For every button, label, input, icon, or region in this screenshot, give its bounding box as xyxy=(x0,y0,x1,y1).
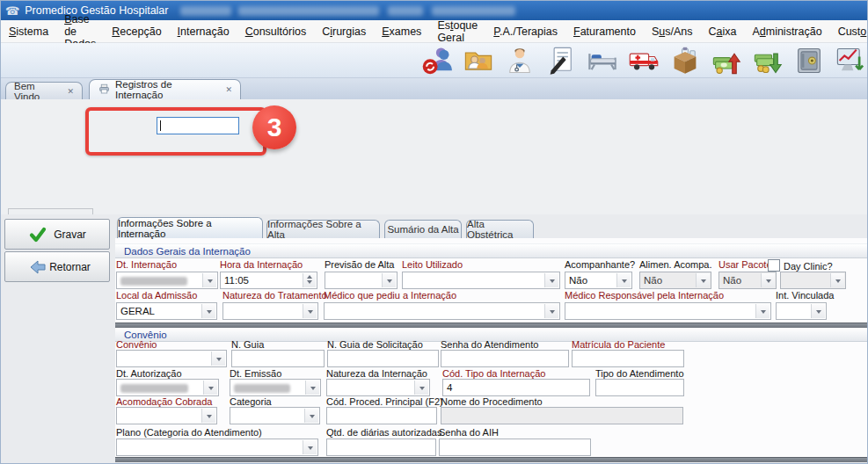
money-in-icon[interactable] xyxy=(711,45,742,76)
tab-alta-obst-trica[interactable]: Alta Obstétrica xyxy=(466,220,534,238)
n_guia-input[interactable] xyxy=(231,350,325,367)
label-n_guia: N. Guia xyxy=(231,339,264,350)
chevron-down-icon[interactable] xyxy=(382,273,396,287)
tab-sum-rio-da-alta[interactable]: Sumário da Alta xyxy=(384,220,462,238)
label-qtd_diarias: Qtd. de diárias autorizadas xyxy=(326,427,441,438)
patients-folder-icon[interactable] xyxy=(463,45,494,76)
menu-item-estoque-geral[interactable]: Estoque Geral xyxy=(429,18,485,46)
doc-tab-active[interactable]: Registros de Internação✕ xyxy=(89,79,241,99)
chevron-down-icon[interactable] xyxy=(544,304,558,318)
chevron-down-icon[interactable] xyxy=(201,409,215,423)
cod_tipo_internacao-input[interactable]: 4 xyxy=(442,379,590,396)
convenio_field-combo[interactable] xyxy=(116,350,227,367)
chevron-down-icon[interactable] xyxy=(202,273,216,287)
categoria-combo[interactable] xyxy=(230,407,320,424)
money-out-icon[interactable] xyxy=(752,45,784,76)
natureza_tratamento-combo[interactable] xyxy=(222,302,318,320)
medico_pediu-combo[interactable] xyxy=(324,302,560,320)
dt_emissao-combo[interactable] xyxy=(230,379,321,396)
close-icon[interactable]: ✕ xyxy=(67,87,74,96)
tab-informa-es-sobre-a-interna-o[interactable]: Informações Sobre a Internação xyxy=(117,217,263,238)
menu-item-sistema[interactable]: Sistema xyxy=(1,24,56,40)
chevron-down-icon[interactable] xyxy=(203,381,217,395)
senha_atendimento-input[interactable] xyxy=(441,350,569,367)
menu-bar: SistemaBase de DadosRecepçãoInternaçãoCo… xyxy=(1,20,867,43)
chevron-down-icon[interactable] xyxy=(201,304,215,318)
menu-item-caixa[interactable]: Caixa xyxy=(700,24,744,40)
nome_procedimento-input[interactable] xyxy=(441,407,683,424)
chevron-down-icon[interactable] xyxy=(305,381,319,395)
redacted-text xyxy=(180,6,231,16)
n_guia_solicitacao-input[interactable] xyxy=(327,350,439,367)
acomodacao_cobrada-combo[interactable] xyxy=(116,407,217,424)
redacted-text xyxy=(388,6,423,16)
chevron-down-icon[interactable] xyxy=(304,409,318,423)
chevron-down-icon[interactable] xyxy=(303,440,317,454)
tipo_atendimento-input[interactable] xyxy=(595,379,684,396)
menu-item-recep-o[interactable]: Recepção xyxy=(104,24,169,40)
retornar-button[interactable]: Retornar xyxy=(4,251,110,282)
dt_autorizacao-combo[interactable] xyxy=(116,379,219,396)
medico_responsavel-combo[interactable] xyxy=(565,302,771,320)
menu-item-interna-o[interactable]: Internação xyxy=(170,24,237,40)
menu-item-consult-rios[interactable]: Consultórios xyxy=(237,24,314,40)
redacted-value xyxy=(120,384,188,393)
doc-tab-inactive[interactable]: Bem Vindo✕ xyxy=(5,82,83,99)
gravar-button[interactable]: Gravar xyxy=(4,219,110,250)
chevron-down-icon[interactable] xyxy=(616,273,631,287)
spinner-buttons[interactable] xyxy=(303,273,316,287)
chevron-down-icon[interactable] xyxy=(761,273,775,287)
toolbar xyxy=(1,43,867,78)
menu-item-cirurgias[interactable]: Cirurgias xyxy=(314,24,374,40)
close-icon[interactable]: ✕ xyxy=(225,85,232,94)
day_clinic-combo[interactable] xyxy=(780,272,846,289)
natureza_internacao-combo[interactable] xyxy=(326,379,430,396)
cod_proced_principal-input[interactable] xyxy=(326,407,437,424)
chevron-down-icon[interactable] xyxy=(696,273,710,287)
previsao_alta-combo[interactable] xyxy=(325,272,398,289)
chevron-down-icon[interactable] xyxy=(211,352,225,366)
day-clinic-checkbox[interactable] xyxy=(768,259,780,272)
text-caret xyxy=(160,120,161,131)
senha_aih-input[interactable] xyxy=(439,439,591,456)
chevron-down-icon[interactable] xyxy=(544,273,558,287)
matricula_paciente-input[interactable] xyxy=(572,350,684,367)
menu-item-custo[interactable]: Custo xyxy=(830,24,868,40)
menu-item-exames[interactable]: Exames xyxy=(374,24,429,40)
doctor-icon[interactable] xyxy=(504,45,536,76)
hora_internacao-spin[interactable]: 11:05 xyxy=(220,272,317,289)
n-ficha-input[interactable] xyxy=(157,117,239,134)
chevron-down-icon[interactable] xyxy=(755,304,770,318)
label-leito_utilizado: Leito Utilizado xyxy=(402,259,463,270)
leito_utilizado-combo[interactable] xyxy=(402,272,560,289)
chevron-down-icon[interactable] xyxy=(303,304,317,318)
action-sidebar: GravarRetornar xyxy=(1,214,116,463)
back-arrow-icon xyxy=(29,258,47,276)
retornar-label: Retornar xyxy=(47,261,93,273)
patients-sync-icon[interactable] xyxy=(421,45,453,76)
plano_categoria-combo[interactable] xyxy=(116,439,318,456)
menu-item-p-a-terapias[interactable]: P.A./Terapias xyxy=(485,24,565,40)
menu-item-sus-ans[interactable]: Sus/Ans xyxy=(644,24,701,40)
ambulance-icon[interactable] xyxy=(628,45,660,76)
doc-tab-label: Registros de Internação xyxy=(115,79,219,100)
menu-item-administra-o[interactable]: Administração xyxy=(744,24,829,40)
usar_pacote-combo[interactable]: Não xyxy=(718,272,777,289)
alimen_acompa-combo[interactable]: Não xyxy=(639,272,711,289)
stock-supplies-icon[interactable] xyxy=(669,45,701,76)
chevron-down-icon[interactable] xyxy=(830,273,844,287)
contract-icon[interactable] xyxy=(545,45,577,76)
qtd_diarias-input[interactable] xyxy=(326,439,436,456)
acompanhante-combo[interactable]: Não xyxy=(565,272,632,289)
dt_internacao-combo[interactable] xyxy=(116,272,218,289)
tab-informa-es-sobre-a-alta[interactable]: Informações Sobre a Alta xyxy=(266,220,380,238)
menu-item-faturamento[interactable]: Faturamento xyxy=(565,24,644,40)
label-cod_tipo_internacao: Cód. Tipo da Internação xyxy=(442,368,545,379)
int_vinculada-combo[interactable] xyxy=(776,302,827,320)
local_admissao-combo[interactable]: GERAL xyxy=(116,302,217,320)
hospital-bed-icon[interactable] xyxy=(587,45,618,76)
chevron-down-icon[interactable] xyxy=(414,381,428,395)
chevron-down-icon[interactable] xyxy=(811,304,825,318)
financial-chart-icon[interactable] xyxy=(835,45,866,76)
safe-icon[interactable] xyxy=(793,45,825,76)
